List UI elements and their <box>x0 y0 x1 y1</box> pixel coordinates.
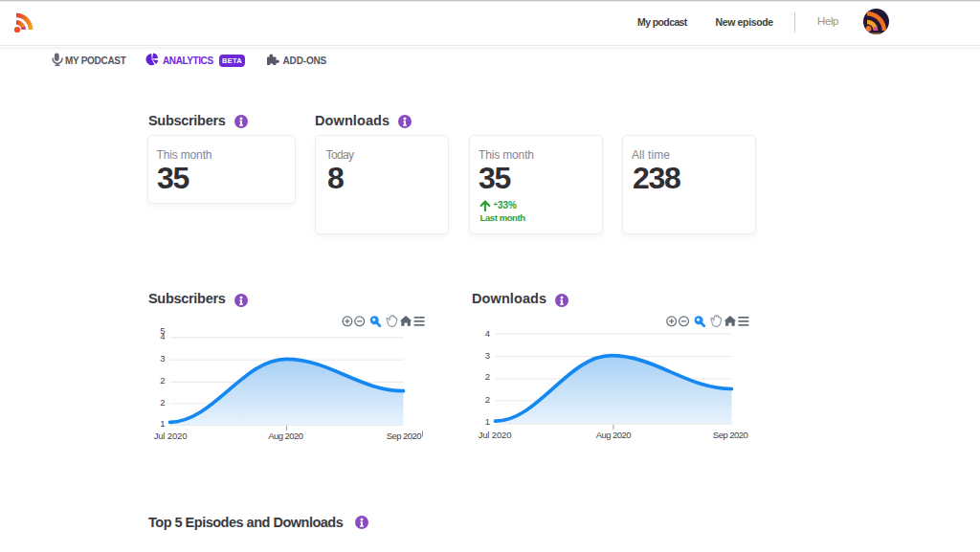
svg-text:4: 4 <box>485 328 490 339</box>
svg-text:3: 3 <box>485 350 490 361</box>
svg-text:3: 3 <box>160 353 165 364</box>
svg-text:Jul 2020: Jul 2020 <box>154 431 188 441</box>
svg-text:Jul 2020: Jul 2020 <box>479 430 512 440</box>
svg-text:4: 4 <box>160 331 165 342</box>
svg-text:Aug 2020: Aug 2020 <box>268 431 303 441</box>
svg-text:2: 2 <box>160 375 165 386</box>
svg-text:Aug 2020: Aug 2020 <box>596 430 632 440</box>
svg-text:2: 2 <box>160 397 165 408</box>
svg-text:2: 2 <box>485 394 490 405</box>
svg-text:1: 1 <box>485 416 490 427</box>
svg-text:2: 2 <box>485 371 490 382</box>
svg-text:Sep 2020: Sep 2020 <box>387 431 422 441</box>
svg-text:Sep 2020: Sep 2020 <box>713 430 748 440</box>
svg-text:1: 1 <box>160 418 165 429</box>
